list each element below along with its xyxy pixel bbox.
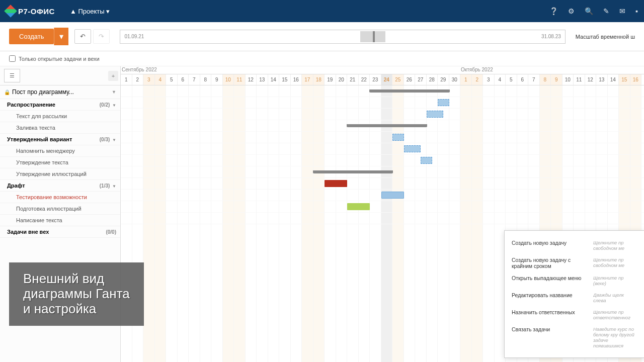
day-cell: 22 bbox=[359, 74, 370, 85]
only-open-checkbox[interactable] bbox=[9, 55, 16, 62]
gantt-row[interactable] bbox=[121, 143, 644, 155]
chat-icon[interactable]: ▪ bbox=[635, 7, 638, 15]
day-cell: 2 bbox=[472, 74, 484, 85]
task-group[interactable]: Задачи вне вех(0/0) bbox=[0, 226, 120, 238]
help-item: Связать задачиНаведите курс по белому кр… bbox=[505, 323, 644, 351]
timeline-start: 01.09.21 bbox=[124, 34, 144, 39]
day-cell: 5 bbox=[506, 74, 517, 85]
mail-icon[interactable]: ✉ bbox=[619, 7, 625, 15]
gantt-row[interactable] bbox=[121, 213, 644, 224]
help-action: Назначить ответственных bbox=[512, 309, 587, 320]
day-cell: 18 bbox=[313, 74, 325, 85]
gantt-row[interactable] bbox=[121, 178, 644, 190]
day-cell: 1 bbox=[460, 74, 472, 85]
task-row[interactable]: Написание текста bbox=[0, 215, 120, 226]
help-action: Редактировать название bbox=[512, 292, 587, 303]
create-dropdown[interactable]: ▾ bbox=[54, 28, 68, 45]
day-cell: 4 bbox=[495, 74, 506, 85]
logo: Р7-ОФИС bbox=[6, 7, 55, 16]
edit-icon[interactable]: ✎ bbox=[603, 7, 609, 15]
help-icon[interactable]: ❔ bbox=[549, 7, 558, 15]
milestone-bar[interactable] bbox=[313, 170, 393, 173]
day-cell: 26 bbox=[404, 74, 416, 85]
caption-line: и настройка bbox=[23, 302, 130, 317]
timeline-scrollbar[interactable]: 01.09.21 31.08.23 bbox=[120, 30, 565, 44]
day-cell: 9 bbox=[551, 74, 562, 85]
gear-icon[interactable]: ⚙ bbox=[568, 7, 575, 15]
burger-menu[interactable]: ☰ bbox=[4, 69, 20, 82]
gantt-row[interactable] bbox=[121, 132, 644, 143]
gantt-row[interactable] bbox=[121, 120, 644, 132]
day-cell: 12 bbox=[246, 74, 257, 85]
days-row: 1234567891011121314151617181920212223242… bbox=[121, 74, 644, 85]
task-group[interactable]: Драфт(1/3) ▼ bbox=[0, 180, 120, 192]
task-bar[interactable] bbox=[427, 111, 444, 118]
task-bar[interactable] bbox=[392, 134, 404, 141]
task-bar[interactable] bbox=[347, 203, 370, 210]
day-cell: 11 bbox=[574, 74, 585, 85]
task-row[interactable]: Утверждение иллюстраций bbox=[0, 168, 120, 180]
help-action: Открыть выпадающее меню bbox=[512, 275, 587, 286]
day-cell: 3 bbox=[143, 74, 155, 85]
help-hint: Щелкните пр свободном ме bbox=[593, 257, 637, 269]
main: ☰ + 🔒 Пост про диаграмму... ▼ Распростра… bbox=[0, 66, 644, 362]
search-icon[interactable]: 🔍 bbox=[585, 7, 593, 15]
day-cell: 13 bbox=[596, 74, 608, 85]
day-cell: 4 bbox=[155, 74, 167, 85]
gantt-row[interactable] bbox=[121, 109, 644, 120]
task-bar[interactable] bbox=[438, 99, 449, 106]
day-cell: 7 bbox=[189, 74, 200, 85]
task-group[interactable]: Утвержденный вариант(0/3) ▼ bbox=[0, 134, 120, 145]
day-cell: 10 bbox=[562, 74, 574, 85]
task-row[interactable]: Заливка текста bbox=[0, 122, 120, 134]
day-cell: 14 bbox=[268, 74, 280, 85]
scroll-handle[interactable] bbox=[360, 31, 385, 42]
help-hint: Щелкните пр (вехе) bbox=[593, 275, 637, 286]
task-bar[interactable] bbox=[381, 192, 404, 199]
gantt-row[interactable] bbox=[121, 166, 644, 178]
nav-projects[interactable]: ▲ Проекты ▾ bbox=[70, 8, 110, 15]
only-open-label: Только открытые задачи и вехи bbox=[19, 56, 100, 62]
day-cell: 5 bbox=[166, 74, 178, 85]
task-row[interactable]: Напомнить менеджеру bbox=[0, 145, 120, 157]
month-oct: Октябрь 2022 bbox=[461, 67, 493, 72]
task-bar[interactable] bbox=[421, 157, 432, 164]
project-title-row[interactable]: 🔒 Пост про диаграмму... ▼ bbox=[0, 85, 120, 99]
undo-button[interactable]: ↶ bbox=[74, 29, 91, 44]
chevron-down-icon: ▾ bbox=[105, 8, 110, 15]
day-cell: 9 bbox=[211, 74, 223, 85]
nav-icon: ▲ bbox=[70, 8, 78, 15]
create-button[interactable]: Создать bbox=[9, 29, 54, 44]
help-hint: Наведите курс по белому кру другой задач… bbox=[593, 326, 637, 348]
task-row[interactable]: Утверждение текста bbox=[0, 157, 120, 168]
add-column-button[interactable]: + bbox=[108, 71, 118, 81]
day-cell: 6 bbox=[178, 74, 189, 85]
task-row[interactable]: Подготовка иллюстраций bbox=[0, 203, 120, 215]
task-row[interactable]: Тестирование возможности bbox=[0, 192, 120, 203]
gantt-row[interactable] bbox=[121, 97, 644, 109]
day-cell: 6 bbox=[517, 74, 529, 85]
task-row[interactable]: Текст для рассылки bbox=[0, 111, 120, 122]
day-cell: 10 bbox=[223, 74, 234, 85]
gantt-row[interactable] bbox=[121, 201, 644, 213]
task-group[interactable]: Распространение(0/2) ▼ bbox=[0, 99, 120, 111]
milestone-bar[interactable] bbox=[370, 89, 449, 93]
help-action: Связать задачи bbox=[512, 326, 587, 348]
gantt-body[interactable] bbox=[121, 85, 644, 224]
day-cell: 11 bbox=[234, 74, 246, 85]
gantt-row[interactable] bbox=[121, 85, 644, 97]
project-title: Пост про диаграмму... bbox=[12, 88, 74, 96]
milestone-bar[interactable] bbox=[347, 124, 427, 127]
task-list: Распространение(0/2) ▼Текст для рассылки… bbox=[0, 99, 120, 238]
day-cell: 14 bbox=[608, 74, 619, 85]
gantt-row[interactable] bbox=[121, 190, 644, 201]
day-cell: 1 bbox=[121, 74, 132, 85]
day-cell: 15 bbox=[619, 74, 630, 85]
chevron-down-icon[interactable]: ▼ bbox=[112, 89, 116, 95]
gantt-row[interactable] bbox=[121, 155, 644, 166]
task-bar[interactable] bbox=[325, 180, 347, 187]
month-sep: Сентябрь 2022 bbox=[122, 67, 157, 72]
day-cell: 20 bbox=[336, 74, 348, 85]
task-bar[interactable] bbox=[404, 145, 421, 152]
help-panel: Создать новую задачуЩелкните пр свободно… bbox=[504, 230, 644, 358]
